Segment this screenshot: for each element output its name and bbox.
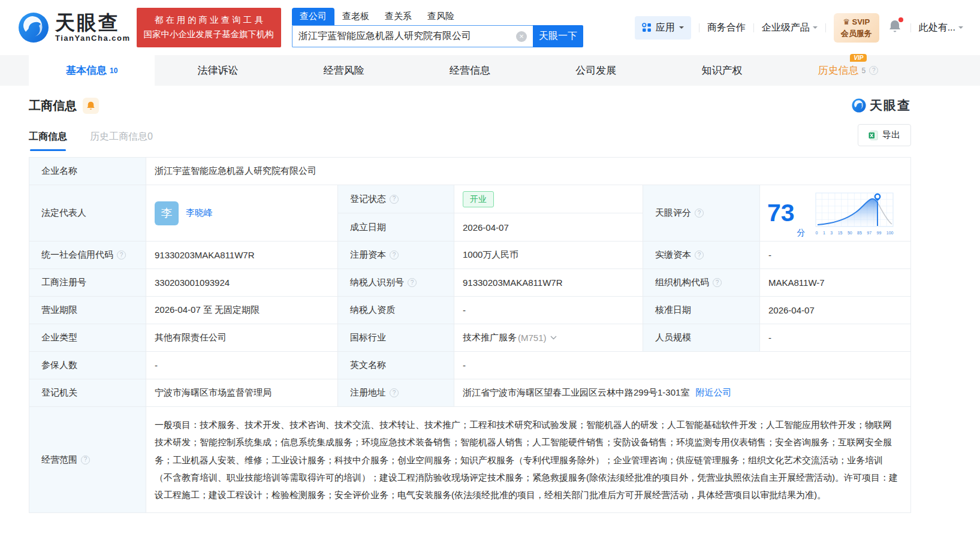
help-icon[interactable]: ? (713, 278, 722, 287)
tab-company-development[interactable]: 公司发展 (533, 55, 659, 86)
establish-date-label: 成立日期 (338, 213, 454, 242)
table-row: 统一社会信用代码? 91330203MAKA811W7R 注册资本? 1000万… (29, 242, 911, 269)
reg-status-value: 开业 (454, 185, 643, 213)
score-axis-ticks: 01 315 5085 9799 100 (815, 231, 894, 235)
clear-search-icon[interactable]: × (516, 31, 527, 42)
company-type-value: 其他有限责任公司 (146, 324, 338, 352)
nearby-companies-link[interactable]: 附近公司 (695, 387, 731, 399)
search-tab-boss[interactable]: 查老板 (334, 8, 377, 25)
subtab-business-info[interactable]: 工商信息 (29, 131, 67, 151)
taxpayer-id-value: 91330203MAKA811W7R (454, 269, 643, 297)
paid-capital-label: 实缴资本? (643, 242, 760, 269)
taxpayer-quality-value: - (454, 297, 643, 324)
main-content: 工商信息 天眼查 工商信息 历史工商信息0 (29, 95, 911, 513)
menu-business-cooperation[interactable]: 商务合作 (707, 22, 746, 34)
tab-basic-info[interactable]: 基本信息 10 (29, 55, 155, 86)
reg-authority-value: 宁波市海曙区市场监督管理局 (146, 379, 338, 407)
taxpayer-id-label: 纳税人识别号? (338, 269, 454, 297)
user-menu[interactable]: 此处有... (919, 22, 963, 34)
crown-icon: ♛ (843, 17, 850, 26)
reg-capital-value: 1000万人民币 (454, 242, 643, 269)
subtab-row: 工商信息 历史工商信息0 导出 (29, 124, 911, 151)
reg-address-label: 注册地址? (338, 379, 454, 407)
help-icon[interactable]: ? (390, 388, 399, 397)
tab-operation-info[interactable]: 经营信息 (407, 55, 533, 86)
table-row: 法定代表人 李 李晓峰 登记状态? 开业 天眼评分? 73 分 (29, 185, 911, 242)
subscribe-bell-button[interactable] (83, 98, 99, 114)
approval-date-label: 核准日期 (643, 297, 760, 324)
english-name-label: 英文名称 (338, 352, 454, 379)
divider (753, 23, 754, 32)
help-icon[interactable]: ? (117, 251, 126, 260)
business-term-label: 营业期限 (29, 297, 146, 324)
chevron-down-icon (813, 26, 818, 31)
business-scope-value: 一般项目：技术服务、技术开发、技术咨询、技术交流、技术转让、技术推广；工程和技术… (146, 407, 911, 513)
help-icon[interactable]: ? (695, 209, 704, 218)
top-header: 天眼查 TianYanCha.com 都 在 用 的 商 业 查 询 工 具 国… (0, 0, 980, 55)
search-tab-relation[interactable]: 查关系 (377, 8, 420, 25)
watermark-text: 天眼查 (870, 97, 911, 114)
help-icon[interactable]: ? (81, 455, 90, 464)
bell-icon (86, 101, 95, 111)
username: 此处有... (919, 22, 955, 34)
staff-size-label: 人员规模 (643, 324, 760, 352)
legal-rep-link[interactable]: 李晓峰 (186, 207, 213, 219)
insured-label: 参保人数 (29, 352, 146, 379)
reg-number-value: 330203001093924 (146, 269, 338, 297)
reg-address-value: 浙江省宁波市海曙区望春工业园区云林中路299号1-301室 附近公司 (454, 379, 911, 407)
table-row: 工商注册号 330203001093924 纳税人识别号? 91330203MA… (29, 269, 911, 297)
business-term-value: 2026-04-07 至 无固定期限 (146, 297, 338, 324)
tab-legal-litigation[interactable]: 法律诉讼 (155, 55, 281, 86)
staff-size-value: - (760, 324, 911, 352)
menu-enterprise-products[interactable]: 企业级产品 (762, 22, 818, 34)
search-tab-company[interactable]: 查公司 (292, 8, 334, 25)
industry-label: 国标行业 (338, 324, 454, 352)
table-row: 企业类型 其他有限责任公司 国标行业 技术推广服务(M751) 人员规模 - (29, 324, 911, 352)
reg-status-label: 登记状态? (338, 185, 454, 213)
vip-badge: VIP (850, 54, 867, 62)
score-number: 73 (767, 201, 795, 225)
score-unit: 分 (797, 228, 806, 239)
section-title: 工商信息 (29, 98, 77, 114)
score-distribution-chart: 01 315 5085 9799 100 (815, 192, 894, 235)
score-value: 73 分 (760, 185, 911, 242)
search-area: 查公司 查老板 查关系 查风险 × 天眼一下 (292, 8, 583, 47)
help-icon[interactable]: ? (390, 195, 399, 204)
english-name-value: - (454, 352, 911, 379)
help-icon[interactable]: ? (869, 66, 878, 75)
avatar[interactable]: 李 (155, 201, 179, 225)
tab-intellectual-property[interactable]: 知识产权 (659, 55, 785, 86)
industry-code: (M751) (518, 333, 547, 343)
tab-count: 5 (861, 67, 866, 75)
search-button[interactable]: 天眼一下 (533, 25, 583, 47)
help-icon[interactable]: ? (390, 251, 399, 260)
apps-menu-button[interactable]: 应用 (635, 16, 691, 40)
export-button[interactable]: 导出 (858, 124, 911, 146)
approval-date-value: 2026-04-07 (760, 297, 911, 324)
reg-number-label: 工商注册号 (29, 269, 146, 297)
reg-capital-label: 注册资本? (338, 242, 454, 269)
business-scope-label: 经营范围? (29, 407, 146, 513)
search-input[interactable] (298, 31, 516, 42)
tab-operation-risk[interactable]: 经营风险 (281, 55, 407, 86)
notification-dot (898, 17, 903, 22)
subtab-history-business-info[interactable]: 历史工商信息0 (90, 131, 153, 151)
search-tab-risk[interactable]: 查风险 (420, 8, 462, 25)
chevron-down-icon (958, 26, 963, 31)
help-icon[interactable]: ? (408, 278, 417, 287)
notifications-button[interactable] (888, 19, 901, 36)
establish-date-value: 2026-04-07 (454, 213, 643, 242)
svip-line2: 会员服务 (841, 28, 872, 40)
insured-value: - (146, 352, 338, 379)
chevron-down-icon[interactable] (550, 336, 557, 340)
business-info-table: 企业名称 浙江宇蓝智能应急机器人研究院有限公司 法定代表人 李 李晓峰 登记状态… (29, 157, 911, 513)
table-row: 企业名称 浙江宇蓝智能应急机器人研究院有限公司 (29, 158, 911, 185)
help-icon[interactable]: ? (695, 251, 704, 260)
svip-line1: ♛ SVIP (841, 16, 872, 28)
svip-member-button[interactable]: ♛ SVIP 会员服务 (834, 13, 879, 43)
taxpayer-quality-label: 纳税人资质 (338, 297, 454, 324)
reg-authority-label: 登记机关 (29, 379, 146, 407)
industry-value: 技术推广服务(M751) (454, 324, 643, 352)
tianyancha-logo[interactable]: 天眼查 TianYanCha.com (18, 12, 131, 43)
tab-history-info[interactable]: VIP 历史信息 5 ? (785, 55, 911, 86)
